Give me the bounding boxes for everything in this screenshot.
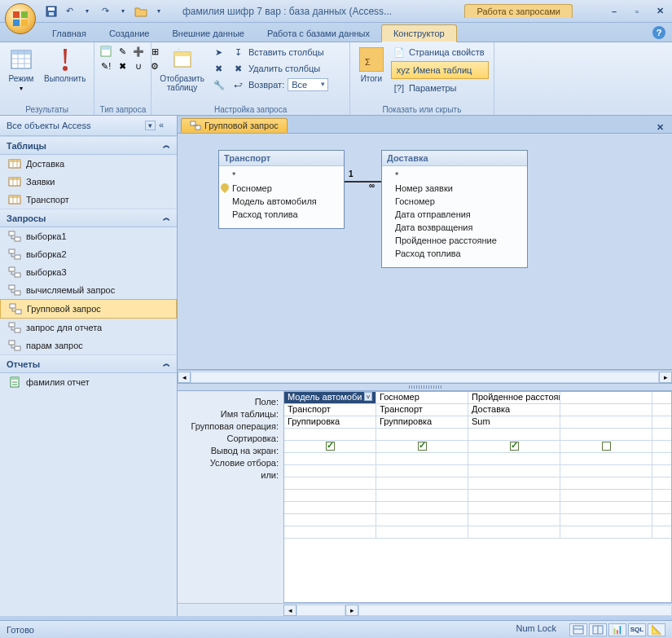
grid-cell[interactable]	[376, 441, 468, 452]
grid-cell[interactable]	[376, 514, 468, 526]
grid-cell[interactable]	[560, 526, 652, 538]
qat-more-icon[interactable]: ▾	[152, 4, 166, 19]
nav-category-reports[interactable]: Отчеты︽	[0, 354, 177, 373]
grid-cell[interactable]: Транспорт	[376, 404, 468, 416]
nav-query-item[interactable]: Групповой запрос	[0, 299, 177, 319]
grid-cell[interactable]	[284, 526, 376, 538]
nav-query-item[interactable]: выборка3	[0, 263, 177, 281]
grid-cell[interactable]	[560, 477, 652, 489]
grid-cell[interactable]	[468, 465, 560, 477]
return-combo[interactable]: Все	[288, 78, 328, 91]
delete-q-icon[interactable]: ✖	[116, 59, 129, 73]
maximize-button[interactable]: ▫	[628, 5, 646, 18]
tab-home[interactable]: Главная	[41, 25, 98, 42]
grid-cell[interactable]	[468, 429, 560, 440]
scroll-right-icon[interactable]: ▸	[659, 372, 672, 383]
make-table-icon[interactable]: ✎	[116, 45, 129, 58]
view-button[interactable]: Режим ▾	[5, 45, 37, 94]
grid-hscroll[interactable]: ◂▸	[178, 603, 672, 616]
sql-view-btn[interactable]: SQL	[628, 623, 646, 636]
update-icon[interactable]: ✎!	[99, 59, 112, 73]
field-item[interactable]: Дата возвращения	[395, 222, 520, 235]
relationship-line[interactable]	[345, 181, 381, 183]
pane-splitter[interactable]	[178, 383, 672, 391]
design-view-btn[interactable]: 📐	[648, 623, 665, 636]
nav-filter-dropdown-icon[interactable]: ▾	[145, 121, 156, 130]
union-icon[interactable]: ∪	[132, 59, 145, 73]
show-checkbox[interactable]	[602, 442, 611, 451]
nav-category-queries[interactable]: Запросы︽	[0, 209, 177, 227]
grid-cell[interactable]	[560, 416, 652, 428]
undo-icon[interactable]: ↶	[62, 4, 77, 19]
scroll-right-icon[interactable]: ▸	[345, 605, 358, 616]
grid-cell[interactable]	[560, 514, 652, 526]
nav-search-icon[interactable]: «	[159, 120, 170, 131]
grid-cell[interactable]	[468, 441, 560, 452]
grid-cell[interactable]	[376, 453, 468, 464]
nav-table-item[interactable]: Транспорт	[0, 191, 177, 209]
tab-create[interactable]: Создание	[98, 25, 161, 42]
delete-columns-button[interactable]: ✖Удалить столбцы	[231, 61, 345, 76]
help-icon[interactable]: ?	[652, 26, 665, 39]
totals-button[interactable]: Σ Итоги	[355, 45, 388, 85]
grid-cell[interactable]	[560, 490, 652, 501]
field-item[interactable]: Пройденное расстояние	[395, 235, 520, 248]
tab-design[interactable]: Конструктор	[381, 24, 457, 42]
open-folder-icon[interactable]	[134, 4, 148, 19]
grid-cell[interactable]	[284, 429, 376, 440]
grid-cell[interactable]	[376, 465, 468, 477]
pivot-view-btn[interactable]	[589, 623, 607, 636]
show-checkbox[interactable]	[418, 442, 427, 451]
doc-close-button[interactable]: ✕	[652, 122, 669, 133]
save-icon[interactable]	[44, 4, 59, 19]
nav-report-item[interactable]: фамилия отчет	[0, 373, 177, 391]
grid-cell[interactable]	[560, 502, 652, 513]
append-icon[interactable]: ➕	[132, 45, 145, 58]
grid-cell[interactable]: Группировка	[376, 416, 468, 428]
select-query-icon[interactable]	[99, 45, 112, 58]
nav-query-item[interactable]: выборка2	[0, 245, 177, 263]
field-item[interactable]: Номер заявки	[395, 183, 520, 196]
datasheet-view-btn[interactable]	[569, 623, 587, 636]
grid-cell[interactable]	[376, 502, 468, 513]
grid-cell[interactable]	[560, 465, 652, 477]
parameters-button[interactable]: [?]Параметры	[391, 81, 489, 95]
tab-external-data[interactable]: Внешние данные	[161, 25, 256, 42]
redo-icon[interactable]: ↷	[98, 4, 112, 19]
nav-table-item[interactable]: Заявки	[0, 173, 177, 191]
show-checkbox[interactable]	[326, 442, 335, 451]
field-item[interactable]: *	[395, 169, 520, 183]
grid-cell[interactable]	[468, 526, 560, 538]
minimize-button[interactable]: –	[605, 5, 623, 18]
doc-tab-group-query[interactable]: Групповой запрос	[181, 118, 288, 133]
nav-table-item[interactable]: Доставка	[0, 155, 177, 173]
grid-cell[interactable]: Транспорт	[284, 404, 376, 416]
table-box-transport[interactable]: Транспорт *ГосномерМодель автомобиляРасх…	[218, 150, 345, 229]
grid-cell[interactable]	[468, 514, 560, 526]
grid-cell[interactable]	[376, 490, 468, 501]
grid-cell[interactable]	[284, 465, 376, 477]
grid-cell[interactable]	[284, 453, 376, 464]
grid-table[interactable]: Модель автомобиvГосномерПройденное расст…	[283, 391, 672, 603]
grid-cell[interactable]	[468, 477, 560, 489]
scroll-left-icon[interactable]: ◂	[283, 605, 296, 616]
grid-cell[interactable]	[376, 477, 468, 489]
nav-header[interactable]: Все объекты Access ▾ «	[0, 116, 177, 136]
grid-cell[interactable]	[284, 502, 376, 513]
insert-rows-button[interactable]: ➤	[211, 45, 227, 59]
grid-cell[interactable]	[468, 502, 560, 513]
grid-cell[interactable]: Доставка	[468, 404, 560, 416]
field-item[interactable]: Дата отправления	[395, 209, 520, 222]
nav-query-item[interactable]: выборка1	[0, 227, 177, 245]
grid-cell[interactable]	[560, 429, 652, 440]
grid-cell[interactable]: Пройденное расстояние	[468, 392, 560, 403]
qat-dropdown2-icon[interactable]: ▾	[116, 4, 130, 19]
builder-button[interactable]: 🔧	[211, 77, 227, 92]
delete-rows-button[interactable]: ✖	[211, 61, 227, 76]
field-item[interactable]: Госномер	[232, 183, 337, 196]
grid-cell[interactable]	[468, 490, 560, 501]
grid-cell[interactable]: Госномер	[376, 392, 468, 403]
grid-cell[interactable]	[284, 441, 376, 452]
grid-cell[interactable]: Группировка	[284, 416, 376, 428]
field-item[interactable]: Госномер	[395, 196, 520, 209]
